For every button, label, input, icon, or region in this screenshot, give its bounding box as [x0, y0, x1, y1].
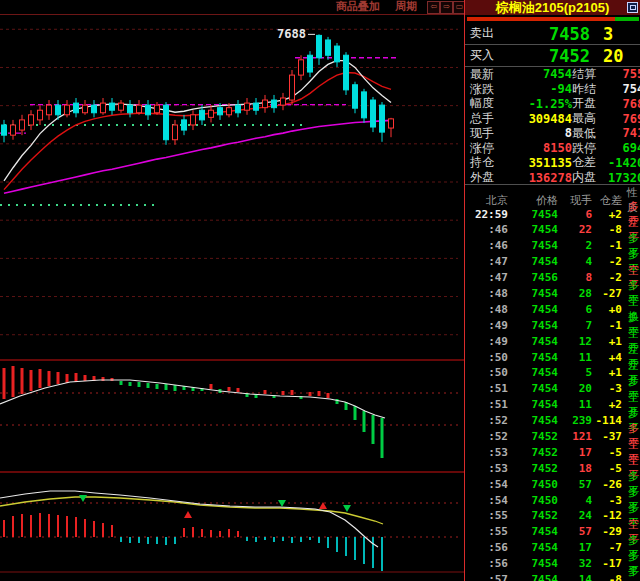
stat-value: 7552	[608, 67, 640, 81]
buy-strength-segment	[615, 17, 639, 21]
tick-row: :4774544-2多平	[470, 247, 640, 263]
tick-row: :527454239-114多平	[470, 406, 640, 422]
stat-value: 7548	[608, 82, 640, 96]
tick-row: :56745432-17多平	[470, 549, 640, 565]
menu-period[interactable]: 周期	[395, 0, 417, 13]
tick-row: :51745411+2空开	[470, 390, 640, 406]
ma-slow-red	[4, 73, 391, 190]
bull-candle	[209, 110, 214, 117]
t-vol: 14	[558, 573, 592, 581]
stat-value: 7416	[608, 126, 640, 140]
menu-commodity-overlay[interactable]: 商品叠加	[336, 0, 380, 13]
bear-candle	[200, 110, 205, 120]
quote-stats-grid: 最新7454结算7552涨跌-94昨结7548幅度-1.25%开盘7688总手3…	[465, 66, 640, 184]
tick-row: :46745422-8空平	[470, 215, 640, 231]
bear-candle	[128, 105, 133, 113]
bid-size: 20	[590, 46, 623, 66]
bid-row: 买入 7452 20	[465, 44, 640, 66]
sell-signal-triangle	[79, 495, 87, 502]
bear-candle	[353, 85, 358, 108]
stat-value: 173206	[608, 171, 640, 185]
stat-value: 6946	[608, 141, 640, 155]
bull-candle	[137, 105, 142, 113]
bear-candle	[326, 40, 331, 55]
bear-candle	[74, 103, 79, 113]
bear-candle	[344, 55, 349, 90]
bear-candle	[110, 103, 115, 110]
bull-candle	[245, 103, 250, 110]
sell-signal-triangle	[343, 505, 351, 512]
ma-fast-white	[4, 60, 391, 181]
bull-candle	[119, 103, 124, 110]
tick-row: :57745414-8多平	[470, 564, 640, 580]
nav-left-arrow-button[interactable]: ⇦	[427, 1, 440, 14]
bull-candle	[263, 100, 268, 108]
bear-candle	[335, 46, 340, 62]
buy-signal-triangle	[184, 511, 192, 518]
stat-value: 309484	[508, 112, 572, 126]
tick-row: :4774568-2空平	[470, 263, 640, 279]
tick-row: :4674542-1多平	[470, 231, 640, 247]
bull-candle	[281, 98, 286, 105]
tick-row: :54745057-26多平	[470, 469, 640, 485]
bull-candle	[47, 105, 52, 115]
buy-sell-strength-bar	[467, 17, 639, 21]
tick-row: :53745217-5空平	[470, 437, 640, 453]
bear-candle	[2, 125, 7, 135]
bull-candle	[29, 115, 34, 125]
tick-list[interactable]: 22:5974546+2多开:46745422-8空平:4674542-1多平:…	[465, 199, 640, 581]
bear-candle	[218, 108, 223, 115]
price-annotation: 7688	[277, 27, 306, 41]
bull-candle	[227, 108, 232, 115]
tick-row: :56745417-7多平	[470, 533, 640, 549]
bull-candle	[155, 105, 160, 113]
tick-list-header: 北京价格现手仓差性质	[465, 184, 640, 199]
contract-title: 棕榈油2105(p2105)	[465, 0, 640, 15]
bid-price[interactable]: 7452	[514, 46, 590, 66]
ask-price[interactable]: 7458	[514, 24, 590, 44]
bear-candle	[371, 100, 376, 127]
stat-value: -94	[508, 82, 572, 96]
bear-candle	[317, 35, 322, 57]
bull-candle	[20, 120, 25, 130]
sell-strength-segment	[467, 17, 615, 21]
candlestick-chart[interactable]: 7688	[0, 0, 464, 581]
tick-row: :55745457-29空平	[470, 517, 640, 533]
ask-size: 3	[590, 24, 613, 44]
bear-candle	[182, 120, 187, 130]
bear-candle	[56, 105, 61, 115]
t-nature: 多平	[622, 564, 640, 581]
tick-row: 22:5974546+2多开	[470, 199, 640, 215]
tick-row: :5474504-3多平	[470, 485, 640, 501]
t-price: 7454	[508, 573, 558, 581]
tick-row: :50745411+4空开	[470, 342, 640, 358]
tick-row: :48745428-27多平	[470, 278, 640, 294]
bull-candle	[299, 60, 304, 75]
tick-row: :527452121-37多平	[470, 421, 640, 437]
t-oi: -8	[592, 573, 622, 581]
tick-row: :53745218-5空平	[470, 453, 640, 469]
tick-row: :5074545+1空开	[470, 358, 640, 374]
bear-candle	[308, 55, 313, 72]
tick-row: :51745420-3多平	[470, 374, 640, 390]
bull-candle	[65, 105, 70, 115]
stat-value: 7688	[608, 97, 640, 111]
tick-row: :49745412+1空开	[470, 326, 640, 342]
bear-candle	[254, 103, 259, 110]
nav-right-arrow-button[interactable]: ⇨	[440, 1, 453, 14]
bear-candle	[146, 105, 151, 115]
stat-value: 351135	[508, 156, 572, 170]
tick-row: :4874546+0空换	[470, 294, 640, 310]
t-time: :57	[470, 573, 508, 581]
bull-candle	[11, 125, 16, 135]
tick-row: :4974547-1多平	[470, 310, 640, 326]
bear-candle	[380, 105, 385, 132]
trading-terminal: 7688 商品叠加 周期 ⇦ ⇨ ▭ 棕榈油2105(p2105) 卖出 745…	[0, 0, 640, 581]
window-layout-icon[interactable]	[627, 2, 638, 13]
indicator1-line	[0, 380, 385, 418]
stat-value: -14206	[608, 156, 640, 170]
stat-value: 7454	[508, 67, 572, 81]
stat-value: -1.25%	[508, 97, 572, 111]
stat-value: 8150	[508, 141, 572, 155]
bull-candle	[101, 103, 106, 113]
